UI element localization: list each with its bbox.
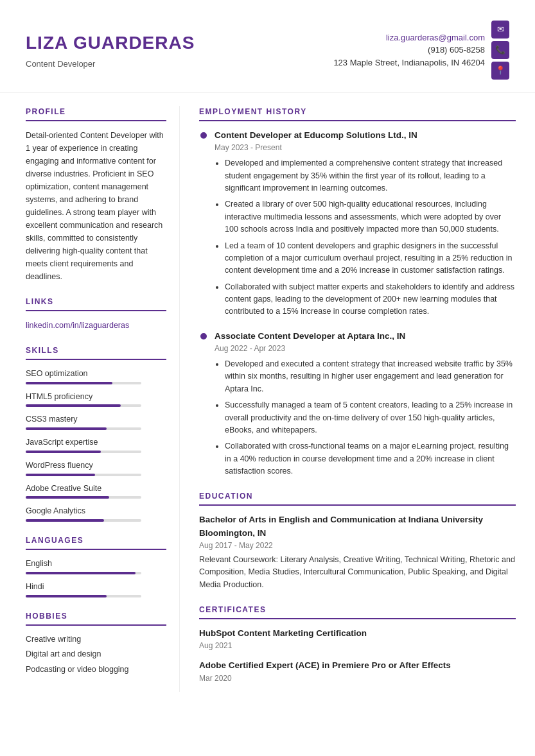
skill-item: HTML5 proficiency [26,391,166,408]
job-entry: Associate Content Developer at Aptara In… [204,330,516,478]
location-icon: 📍 [491,62,509,80]
job-bullets: Developed and implemented a comprehensiv… [215,157,516,318]
address: 123 Maple Street, Indianapolis, IN 46204 [333,56,485,69]
hobby-item: Podcasting or video blogging [26,664,166,676]
job-bullet: Developed and implemented a comprehensiv… [225,157,516,194]
edu-details: Relevant Coursework: Literary Analysis, … [199,554,516,591]
skill-bar-bg [26,474,141,476]
skill-bar-fill [26,404,121,407]
skill-bar-fill [26,451,101,453]
cert-date: Aug 2021 [199,640,516,651]
linkedin-link[interactable]: linkedin.com/in/lizaguarderas [26,321,129,330]
certificate-entry: Adobe Certified Expert (ACE) in Premiere… [199,659,516,683]
languages-section-title: LANGUAGES [26,535,166,550]
skill-name: CSS3 mastery [26,413,166,425]
edu-dates: Aug 2017 - May 2022 [199,540,516,551]
links-section-title: LINKS [26,296,166,311]
job-bullet: Created a library of over 500 high-quali… [225,198,516,236]
email-icon: ✉ [491,21,509,39]
profile-text: Detail-oriented Content Developer with 1… [26,129,166,283]
links-section: linkedin.com/in/lizaguarderas [26,319,166,332]
skill-bar-fill [26,427,107,430]
cert-date: Mar 2020 [199,673,516,684]
skill-name: HTML5 proficiency [26,391,166,403]
skill-item: WordPress fluency [26,460,166,476]
skill-item: Google Analytics [26,505,166,522]
language-bar-bg [26,572,141,574]
job-bullet: Developed and executed a content strateg… [225,358,516,395]
languages-list: English Hindi [26,558,166,597]
header-right: liza.guarderas@gmail.com (918) 605-8258 … [333,21,509,80]
job-dates: Aug 2022 - Apr 2023 [215,343,516,354]
skill-bar-bg [26,427,141,430]
employment-list: Content Developer at Educomp Solutions L… [199,129,516,477]
profile-section-title: PROFILE [26,106,166,121]
skill-bar-fill [26,474,95,476]
hobby-item: Digital art and design [26,648,166,660]
job-bullets: Developed and executed a content strateg… [215,358,516,477]
skill-name: Google Analytics [26,505,166,517]
skill-item: Adobe Creative Suite [26,483,166,499]
certificate-entry: HubSpot Content Marketing Certification … [199,627,516,651]
cert-title: Adobe Certified Expert (ACE) in Premiere… [199,659,516,672]
main-content: PROFILE Detail-oriented Content Develope… [0,93,535,705]
job-dates: May 2023 - Present [215,142,516,153]
language-item: Hindi [26,581,166,597]
language-name: English [26,558,166,570]
edu-title: Bachelor of Arts in English and Communic… [199,513,516,540]
job-title: Associate Content Developer at Aptara In… [215,330,516,343]
job-title: Content Developer [26,58,195,71]
language-bar-fill [26,572,136,574]
contact-icons: ✉ 📞 📍 [491,21,509,80]
employment-section-title: EMPLOYMENT HISTORY [199,106,516,121]
header-left: LIZA GUARDERAS Content Developer [26,30,195,71]
job-bullet: Led a team of 10 content developers and … [225,240,516,277]
phone: (918) 605-8258 [333,44,485,56]
skill-bar-fill [26,519,104,522]
education-list: Bachelor of Arts in English and Communic… [199,513,516,591]
language-item: English [26,558,166,574]
job-bullet: Collaborated with cross-functional teams… [225,440,516,477]
skill-bar-bg [26,451,141,453]
language-name: Hindi [26,581,166,593]
skill-item: JavaScript expertise [26,436,166,453]
job-entry: Content Developer at Educomp Solutions L… [204,129,516,318]
name: LIZA GUARDERAS [26,30,195,56]
skill-bar-fill [26,382,112,384]
language-bar-bg [26,595,141,597]
skill-bar-bg [26,519,141,522]
hobby-item: Creative writing [26,633,166,646]
skill-bar-bg [26,496,141,499]
hobbies-section-title: HOBBIES [26,610,166,626]
phone-icon: 📞 [491,41,509,59]
skills-section-title: SKILLS [26,345,166,360]
email-link[interactable]: liza.guarderas@gmail.com [333,31,485,44]
left-column: PROFILE Detail-oriented Content Develope… [0,106,180,692]
job-bullet: Successfully managed a team of 5 content… [225,399,516,436]
skill-bar-fill [26,496,109,499]
skills-list: SEO optimization HTML5 proficiency CSS3 … [26,368,166,522]
header: LIZA GUARDERAS Content Developer liza.gu… [0,0,535,93]
skill-name: JavaScript expertise [26,436,166,449]
skill-item: CSS3 mastery [26,413,166,430]
skill-name: Adobe Creative Suite [26,483,166,495]
skill-name: WordPress fluency [26,460,166,472]
job-bullet: Collaborated with subject matter experts… [225,281,516,318]
right-column: EMPLOYMENT HISTORY Content Developer at … [180,106,535,692]
cert-title: HubSpot Content Marketing Certification [199,627,516,640]
education-section-title: EDUCATION [199,490,516,506]
education-entry: Bachelor of Arts in English and Communic… [199,513,516,591]
hobbies-list: Creative writingDigital art and designPo… [26,633,166,676]
skill-bar-bg [26,382,141,384]
skill-item: SEO optimization [26,368,166,384]
language-bar-fill [26,595,107,597]
contact-info: liza.guarderas@gmail.com (918) 605-8258 … [333,31,485,69]
skill-bar-bg [26,404,141,407]
job-title: Content Developer at Educomp Solutions L… [215,129,516,142]
certificates-section-title: CERTIFICATES [199,604,516,619]
certificates-list: HubSpot Content Marketing Certification … [199,627,516,684]
skill-name: SEO optimization [26,368,166,380]
